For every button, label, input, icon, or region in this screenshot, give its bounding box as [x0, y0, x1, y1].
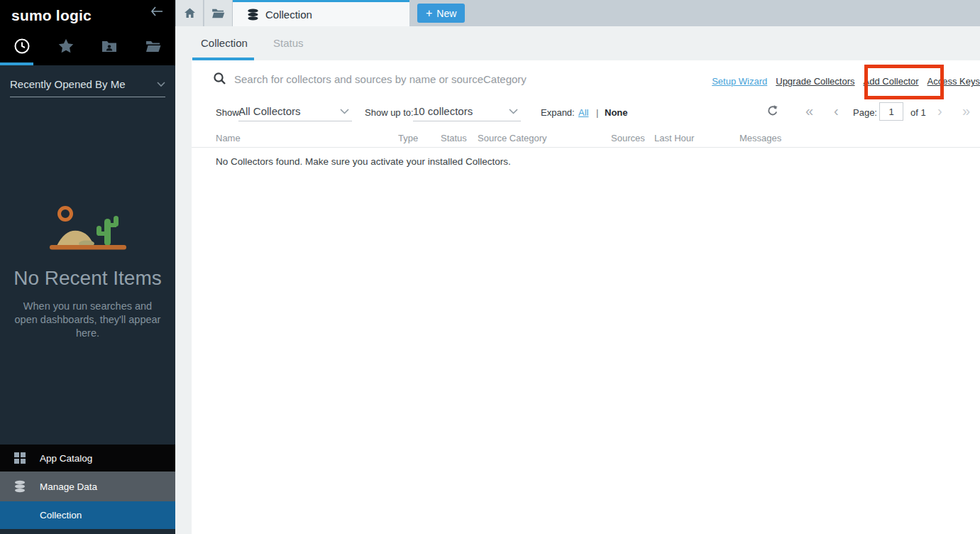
app-logo: sumo logic	[11, 7, 92, 24]
sidebar: sumo logic Recently Opened By Me	[0, 0, 175, 534]
top-tab-strip: Collection + New	[175, 0, 980, 26]
tab-collection[interactable]: Collection	[201, 26, 248, 60]
upgrade-collectors-link[interactable]: Upgrade Collectors	[776, 76, 854, 87]
chevron-down-icon	[340, 109, 349, 114]
collection-database-icon	[247, 9, 259, 21]
expand-label: Expand:	[541, 107, 575, 118]
recent-dropdown-label: Recently Opened By Me	[10, 78, 126, 90]
column-header-source-category[interactable]: Source Category	[478, 133, 547, 143]
page-total-label: of 1	[910, 107, 926, 118]
setup-wizard-link[interactable]: Setup Wizard	[712, 76, 767, 87]
recent-items-dropdown[interactable]: Recently Opened By Me	[10, 78, 165, 97]
favorites-star-icon[interactable]	[44, 34, 88, 58]
limit-filter-select[interactable]: 10 collectors	[413, 102, 521, 121]
column-header-sources[interactable]: Sources	[611, 133, 645, 143]
collector-action-links: Setup Wizard Upgrade Collectors Add Coll…	[712, 76, 980, 87]
collection-window-tab[interactable]: Collection	[233, 0, 409, 26]
manage-data-database-icon	[0, 480, 40, 493]
new-button-label: New	[436, 8, 456, 19]
search-icon	[213, 72, 226, 85]
expand-separator: |	[596, 107, 598, 118]
show-filter-select[interactable]: All Collectors	[238, 102, 352, 121]
collapse-sidebar-arrow-icon[interactable]	[150, 6, 164, 17]
show-filter-value: All Collectors	[238, 105, 301, 117]
no-collectors-message: No Collectors found. Make sure you activ…	[216, 156, 511, 167]
subtab-bar: Collection Status	[175, 26, 980, 60]
expand-all-link[interactable]: All	[578, 107, 588, 118]
column-header-status[interactable]: Status	[441, 133, 467, 143]
pagination-last-button[interactable]: »	[962, 103, 970, 119]
collectors-table-header: Name Type Status Source Category Sources…	[192, 131, 980, 148]
new-button[interactable]: + New	[417, 4, 465, 23]
filter-row: Show: All Collectors Show up to: 10 coll…	[192, 101, 980, 125]
app-catalog-grid-icon	[0, 452, 40, 464]
home-icon	[184, 8, 196, 18]
limit-filter-label: Show up to:	[365, 107, 414, 118]
access-keys-link[interactable]: Access Keys	[927, 76, 980, 87]
page-label: Page:	[853, 107, 877, 118]
sidebar-item-label: Collection	[40, 510, 82, 521]
sidebar-item-app-catalog[interactable]: App Catalog	[0, 445, 175, 472]
shared-content-folder-icon[interactable]	[88, 34, 132, 58]
sidebar-header: sumo logic	[0, 0, 175, 65]
plus-icon: +	[426, 8, 432, 19]
sidebar-bottom-nav: App Catalog Manage Data Collection	[0, 445, 175, 529]
chevron-down-icon	[509, 109, 518, 114]
show-filter-label: Show:	[216, 107, 241, 118]
sidebar-item-manage-data[interactable]: Manage Data	[0, 472, 175, 501]
sidebar-icon-tabs	[0, 34, 175, 58]
page-number-input[interactable]	[879, 102, 903, 121]
library-tab-button[interactable]	[204, 0, 233, 26]
pagination-first-button[interactable]: «	[805, 103, 813, 119]
sidebar-item-collection[interactable]: Collection	[0, 501, 175, 529]
column-header-type[interactable]: Type	[398, 133, 418, 143]
desert-illustration	[44, 205, 132, 251]
home-tab-button[interactable]	[175, 0, 204, 26]
active-icon-indicator	[0, 62, 33, 65]
refresh-icon[interactable]	[766, 104, 778, 117]
column-header-messages[interactable]: Messages	[739, 133, 781, 143]
sidebar-item-label: App Catalog	[40, 453, 92, 464]
add-collector-link[interactable]: Add Collector	[864, 76, 919, 87]
collection-panel: Setup Wizard Upgrade Collectors Add Coll…	[192, 60, 980, 534]
tab-status[interactable]: Status	[273, 26, 304, 60]
search-input[interactable]	[234, 67, 674, 90]
pagination-prev-button[interactable]: ‹	[834, 103, 839, 119]
folder-icon	[211, 8, 225, 18]
chevron-down-icon	[157, 82, 165, 87]
empty-state-subtitle: When you run searches and open dashboard…	[13, 300, 163, 340]
column-header-last-hour[interactable]: Last Hour	[654, 133, 694, 143]
pagination-next-button[interactable]: ›	[937, 103, 942, 119]
sidebar-item-label: Manage Data	[40, 481, 97, 492]
expand-none-link[interactable]: None	[605, 107, 628, 118]
limit-filter-value: 10 collectors	[413, 105, 473, 117]
empty-state-title: No Recent Items	[0, 267, 175, 290]
collection-tab-label: Collection	[265, 9, 312, 21]
no-recent-items-empty-state: No Recent Items When you run searches an…	[0, 205, 175, 340]
recents-clock-icon[interactable]	[0, 34, 44, 58]
column-header-name[interactable]: Name	[216, 133, 241, 143]
library-folder-icon[interactable]	[131, 34, 175, 58]
